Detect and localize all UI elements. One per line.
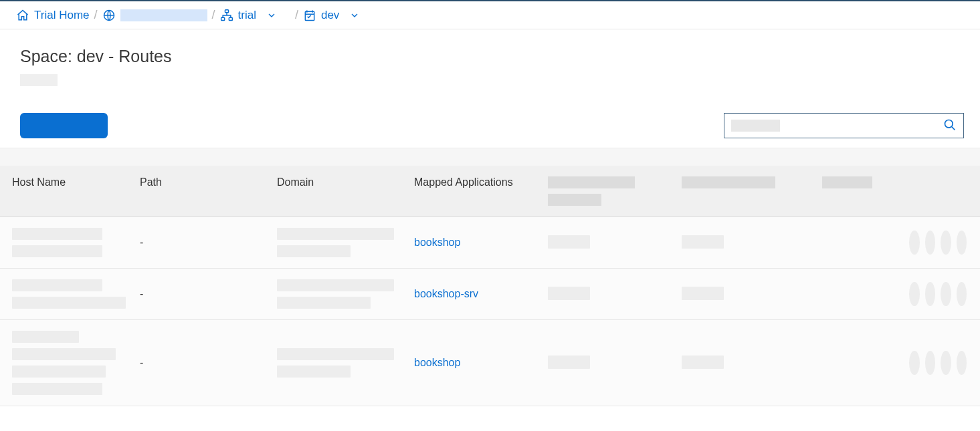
- action-icon[interactable]: [925, 351, 936, 375]
- redacted-cell: [672, 269, 813, 320]
- actions-cell: [900, 320, 980, 406]
- redacted-cell: [813, 269, 900, 320]
- redacted-cell: [538, 269, 672, 320]
- path-cell: -: [130, 269, 268, 320]
- action-icon[interactable]: [909, 282, 920, 306]
- col-path[interactable]: Path: [130, 166, 268, 217]
- new-route-button[interactable]: [20, 113, 108, 138]
- action-icon[interactable]: [925, 282, 936, 306]
- action-icon[interactable]: [941, 351, 951, 375]
- col-domain[interactable]: Domain: [268, 166, 405, 217]
- chevron-down-icon[interactable]: [349, 10, 360, 21]
- mapped-app-cell: bookshop: [405, 320, 538, 406]
- action-icon[interactable]: [957, 231, 967, 255]
- redacted-cell: [538, 217, 672, 269]
- mapped-app-link[interactable]: bookshop: [414, 237, 460, 248]
- col-redacted-1[interactable]: [538, 166, 672, 217]
- actions-cell: [900, 217, 980, 269]
- search-icon[interactable]: [943, 118, 957, 134]
- redacted-cell: [672, 320, 813, 406]
- page-title: Space: dev - Routes: [20, 47, 964, 66]
- host-cell: [0, 320, 130, 406]
- action-icon[interactable]: [957, 282, 967, 306]
- action-icon[interactable]: [941, 282, 951, 306]
- breadcrumb-home-link[interactable]: Trial Home: [34, 9, 90, 22]
- breadcrumb-dev-link[interactable]: dev: [321, 9, 339, 22]
- path-cell: -: [130, 320, 268, 406]
- host-cell: [0, 217, 130, 269]
- redacted-cell: [672, 217, 813, 269]
- table-row: - bookshop: [0, 217, 980, 269]
- action-icon[interactable]: [909, 351, 920, 375]
- mapped-app-link[interactable]: bookshop-srv: [414, 288, 478, 299]
- breadcrumb-separator: /: [212, 8, 215, 22]
- redacted-cell: [813, 217, 900, 269]
- chevron-down-icon[interactable]: [266, 10, 277, 21]
- domain-cell: [268, 269, 405, 320]
- routes-table-area: Host Name Path Domain Mapped Application…: [0, 148, 980, 406]
- action-icon[interactable]: [941, 231, 951, 255]
- table-header-row: Host Name Path Domain Mapped Application…: [0, 166, 980, 217]
- redacted-cell: [538, 320, 672, 406]
- breadcrumb-separator: /: [94, 8, 98, 22]
- host-cell: [0, 269, 130, 320]
- table-row: - bookshop-srv: [0, 269, 980, 320]
- breadcrumb-org-redacted[interactable]: [120, 9, 207, 21]
- space-icon: [303, 9, 316, 22]
- subtitle-redacted: [20, 74, 58, 86]
- col-host-name[interactable]: Host Name: [0, 166, 130, 217]
- svg-rect-3: [229, 17, 232, 20]
- breadcrumb: Trial Home / / trial / dev: [0, 1, 980, 29]
- domain-cell: [268, 217, 405, 269]
- toolbar: [20, 113, 964, 148]
- routes-table: Host Name Path Domain Mapped Application…: [0, 166, 980, 406]
- breadcrumb-separator: /: [295, 8, 298, 22]
- path-cell: -: [130, 217, 268, 269]
- search-field[interactable]: [724, 113, 964, 138]
- home-icon: [16, 9, 29, 22]
- domain-cell: [268, 320, 405, 406]
- svg-rect-2: [221, 17, 224, 20]
- svg-rect-1: [225, 9, 228, 12]
- org-tree-icon: [220, 9, 233, 22]
- svg-point-5: [945, 120, 953, 128]
- col-actions: [900, 166, 980, 217]
- col-redacted-2[interactable]: [672, 166, 813, 217]
- col-redacted-3[interactable]: [813, 166, 900, 217]
- action-icon[interactable]: [957, 351, 967, 375]
- mapped-app-link[interactable]: bookshop: [414, 357, 460, 368]
- action-icon[interactable]: [925, 231, 936, 255]
- action-icon[interactable]: [909, 231, 920, 255]
- mapped-app-cell: bookshop: [405, 217, 538, 269]
- table-row: - bookshop: [0, 320, 980, 406]
- redacted-cell: [813, 320, 900, 406]
- col-mapped-applications[interactable]: Mapped Applications: [405, 166, 538, 217]
- globe-icon: [102, 9, 116, 22]
- search-placeholder-redacted: [731, 120, 780, 132]
- breadcrumb-trial-link[interactable]: trial: [238, 9, 256, 22]
- mapped-app-cell: bookshop-srv: [405, 269, 538, 320]
- page-content: Space: dev - Routes: [0, 29, 980, 148]
- actions-cell: [900, 269, 980, 320]
